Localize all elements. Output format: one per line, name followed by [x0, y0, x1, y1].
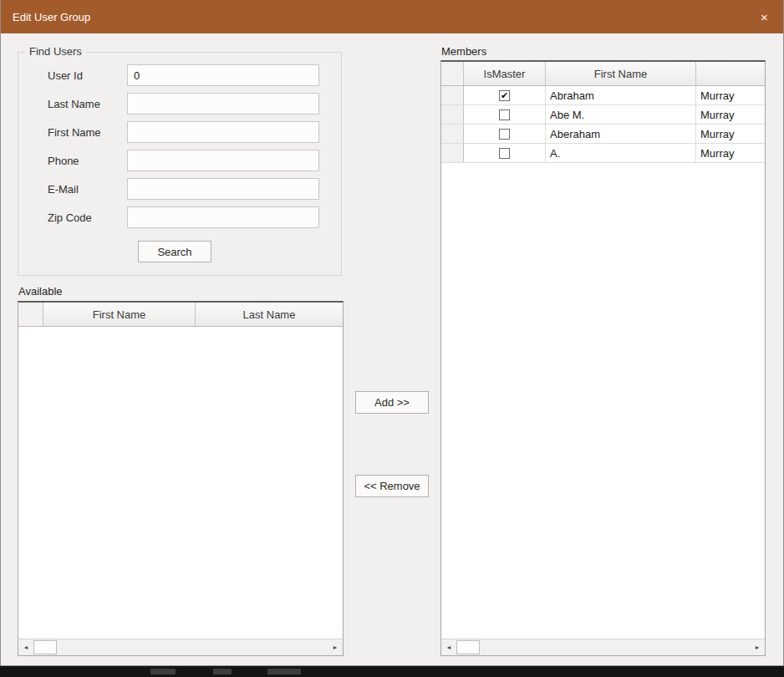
background-fragment [213, 669, 232, 674]
remove-button[interactable]: << Remove [355, 475, 429, 497]
available-header-last-name[interactable]: Last Name [196, 303, 343, 326]
field-row-e-mail: E-Mail [48, 178, 341, 200]
members-row[interactable]: Abe M.Murray [441, 105, 765, 125]
field-input-phone[interactable] [127, 150, 319, 171]
scrollbar-track[interactable] [480, 639, 750, 655]
scroll-left-arrow-icon[interactable]: ◄ [18, 639, 33, 655]
field-label-last-name: Last Name [48, 98, 127, 110]
ismaster-cell[interactable]: ✔ [464, 86, 546, 104]
last-name-cell[interactable]: Murray [696, 86, 765, 104]
available-header-first-name[interactable]: First Name [43, 303, 196, 326]
edit-user-group-dialog: Edit User Group × Find Users User IdLast… [0, 0, 784, 666]
field-row-last-name: Last Name [48, 93, 341, 115]
members-header-last-name[interactable] [696, 62, 765, 85]
last-name-cell[interactable]: Murray [696, 125, 765, 143]
window-title: Edit User Group [13, 11, 90, 23]
find-users-groupbox: Find Users User IdLast NameFirst NamePho… [18, 52, 342, 276]
field-label-first-name: First Name [48, 126, 127, 139]
first-name-cell[interactable]: Abraham [546, 86, 696, 104]
last-name-cell[interactable]: Murray [696, 105, 765, 124]
field-label-e-mail: E-Mail [48, 183, 127, 196]
available-grid-header: First Name Last Name [18, 303, 343, 327]
members-grid-body[interactable]: ✔AbrahamMurrayAbe M.MurrayAberahamMurray… [441, 86, 765, 639]
field-label-zip-code: Zip Code [48, 211, 127, 224]
find-users-fields: User IdLast NameFirst NamePhoneE-MailZip… [18, 53, 341, 228]
field-row-user-id: User Id [48, 64, 341, 86]
scroll-right-arrow-icon[interactable]: ► [328, 639, 343, 655]
members-grid[interactable]: IsMaster First Name ✔AbrahamMurrayAbe M.… [440, 60, 766, 656]
members-row[interactable]: A.Murray [441, 144, 765, 163]
field-input-user-id[interactable] [127, 64, 319, 86]
available-horizontal-scrollbar[interactable]: ◄ ► [18, 639, 343, 655]
ismaster-checkbox[interactable] [499, 109, 510, 120]
ismaster-cell[interactable] [464, 125, 546, 143]
available-header-stub [18, 303, 43, 326]
last-name-cell[interactable]: Murray [696, 144, 765, 162]
field-label-user-id: User Id [48, 69, 127, 82]
field-input-last-name[interactable] [127, 93, 319, 115]
field-input-e-mail[interactable] [127, 178, 319, 200]
members-grid-header: IsMaster First Name [441, 62, 765, 86]
first-name-cell[interactable]: A. [546, 144, 696, 162]
find-users-legend: Find Users [25, 45, 86, 58]
background-strip [0, 666, 784, 677]
close-button[interactable]: × [746, 0, 783, 33]
members-header-ismaster[interactable]: IsMaster [464, 62, 546, 85]
members-horizontal-scrollbar[interactable]: ◄ ► [441, 639, 765, 655]
ismaster-cell[interactable] [464, 105, 546, 124]
scroll-left-arrow-icon[interactable]: ◄ [441, 639, 456, 655]
field-input-zip-code[interactable] [127, 206, 319, 228]
members-row[interactable]: AberahamMurray [441, 125, 765, 144]
background-fragment [267, 669, 301, 674]
scrollbar-thumb[interactable] [33, 640, 57, 654]
field-row-zip-code: Zip Code [48, 206, 341, 228]
ismaster-checkbox[interactable] [499, 148, 510, 159]
first-name-cell[interactable]: Aberaham [546, 125, 696, 143]
scrollbar-thumb[interactable] [456, 640, 480, 654]
row-header[interactable] [441, 125, 464, 143]
field-label-phone: Phone [48, 155, 127, 167]
members-header-stub [441, 62, 464, 85]
background-fragment [150, 669, 176, 674]
scroll-right-arrow-icon[interactable]: ► [750, 639, 765, 655]
search-button[interactable]: Search [138, 241, 211, 262]
available-grid[interactable]: First Name Last Name ◄ ► [18, 301, 344, 656]
first-name-cell[interactable]: Abe M. [546, 105, 696, 124]
ismaster-checkbox[interactable] [499, 129, 510, 140]
members-row[interactable]: ✔AbrahamMurray [441, 86, 765, 105]
scrollbar-track[interactable] [57, 639, 328, 655]
ismaster-cell[interactable] [464, 144, 546, 162]
row-header[interactable] [441, 144, 464, 162]
field-row-phone: Phone [48, 150, 341, 171]
close-icon: × [761, 10, 768, 24]
ismaster-checkbox[interactable]: ✔ [499, 90, 510, 101]
available-grid-body[interactable] [18, 327, 343, 639]
available-label: Available [18, 285, 63, 298]
members-label: Members [441, 45, 486, 58]
field-input-first-name[interactable] [127, 121, 319, 143]
titlebar[interactable]: Edit User Group × [1, 0, 783, 33]
add-button[interactable]: Add >> [355, 391, 429, 414]
row-header[interactable] [441, 86, 464, 104]
members-header-first-name[interactable]: First Name [546, 62, 696, 85]
row-header[interactable] [441, 105, 464, 124]
field-row-first-name: First Name [48, 121, 341, 143]
